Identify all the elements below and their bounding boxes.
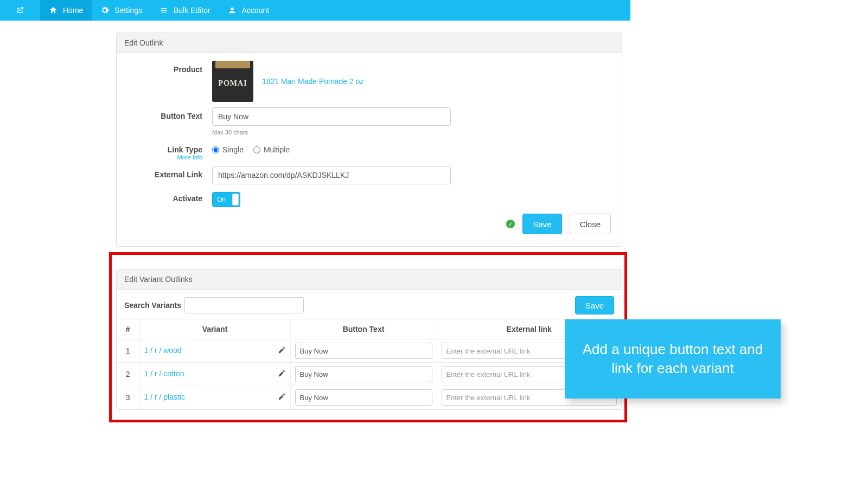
row-num: 3 xyxy=(117,386,139,409)
external-link-input[interactable] xyxy=(212,166,451,184)
edit-outlink-title: Edit Outlink xyxy=(117,33,622,53)
brand-logo[interactable] xyxy=(0,0,40,21)
button-text-input[interactable] xyxy=(212,107,451,126)
table-row: 11 / r / wood xyxy=(117,339,622,363)
table-row: 21 / r / cotton xyxy=(117,363,622,386)
list-icon xyxy=(159,6,168,15)
nav-settings[interactable]: Settings xyxy=(92,0,151,21)
product-link[interactable]: 1821 Man Made Pomade 2 oz xyxy=(262,77,364,86)
label-external-link: External Link xyxy=(125,166,212,179)
activate-toggle[interactable]: On xyxy=(212,192,240,207)
radio-multiple-input[interactable] xyxy=(253,146,260,153)
top-nav: Home Settings Bulk Editor Account xyxy=(0,0,630,21)
edit-icon[interactable] xyxy=(278,369,286,379)
edit-icon[interactable] xyxy=(278,346,286,356)
nav-bulk-editor[interactable]: Bulk Editor xyxy=(151,0,219,21)
variant-link[interactable]: 1 / r / cotton xyxy=(144,369,184,378)
nav-bulk-label: Bulk Editor xyxy=(174,6,210,15)
save-button[interactable]: Save xyxy=(522,214,561,234)
nav-account-label: Account xyxy=(242,6,270,15)
variant-link[interactable]: 1 / r / wood xyxy=(144,346,182,355)
nav-settings-label: Settings xyxy=(114,6,142,15)
close-button[interactable]: Close xyxy=(570,214,611,234)
col-num: # xyxy=(117,319,139,339)
col-button-text: Button Text xyxy=(290,319,437,339)
button-text-hint: Max 30 chars xyxy=(212,129,451,136)
label-product: Product xyxy=(125,61,212,74)
callout-tip: Add a unique button text and link for ea… xyxy=(565,319,781,399)
row-button-text-input[interactable] xyxy=(295,343,432,359)
variant-link[interactable]: 1 / r / plastic xyxy=(144,393,185,401)
search-variants-label: Search Variants xyxy=(124,301,181,310)
radio-single[interactable]: Single xyxy=(212,145,244,154)
label-activate: Activate xyxy=(125,190,212,203)
edit-icon[interactable] xyxy=(278,393,286,402)
product-thumbnail: POMAI xyxy=(212,61,253,102)
col-variant: Variant xyxy=(139,319,290,339)
row-num: 1 xyxy=(117,339,139,363)
row-num: 2 xyxy=(117,363,139,386)
check-circle-icon: ✓ xyxy=(506,220,515,228)
variants-table: # Variant Button Text External link 11 /… xyxy=(117,319,622,409)
row-button-text-input[interactable] xyxy=(295,366,432,382)
radio-multiple[interactable]: Multiple xyxy=(253,145,290,154)
variants-save-button[interactable]: Save xyxy=(575,296,614,314)
nav-home-label: Home xyxy=(63,6,83,15)
radio-single-input[interactable] xyxy=(212,146,219,153)
edit-variant-outlinks-title: Edit Variant Outlinks xyxy=(117,269,622,290)
search-variants-input[interactable] xyxy=(184,297,304,313)
user-icon xyxy=(228,6,237,15)
gear-icon xyxy=(100,6,109,15)
external-link-icon xyxy=(16,6,24,15)
nav-home[interactable]: Home xyxy=(40,0,92,21)
edit-variant-outlinks-panel: Edit Variant Outlinks Search Variants Sa… xyxy=(116,269,622,410)
home-icon xyxy=(49,6,58,15)
label-button-text: Button Text xyxy=(125,107,212,120)
link-type-more-info[interactable]: More Info xyxy=(125,154,212,160)
label-link-type: Link Type xyxy=(125,141,212,154)
table-row: 31 / r / plastic xyxy=(117,386,622,409)
nav-account[interactable]: Account xyxy=(219,0,278,21)
edit-outlink-panel: Edit Outlink Product POMAI 1821 Man Made… xyxy=(116,33,622,247)
row-button-text-input[interactable] xyxy=(295,389,432,406)
